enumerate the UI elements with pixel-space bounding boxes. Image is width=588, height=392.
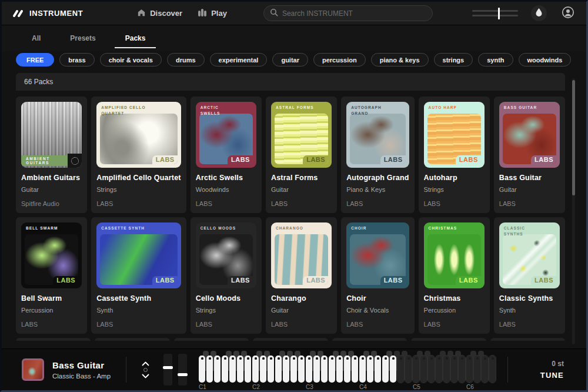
- piano-key-white[interactable]: [283, 356, 289, 383]
- pack-card-partial[interactable]: [174, 338, 249, 341]
- pack-art-title: CLASSIC SYNTHS: [504, 225, 542, 237]
- piano-key-white[interactable]: [367, 356, 373, 383]
- piano-key-white[interactable]: [214, 356, 220, 383]
- pack-card[interactable]: AMBIENT GUITARS AMBIENT GUITARS Ambient …: [16, 97, 87, 213]
- piano-key-white[interactable]: [237, 356, 243, 383]
- genre-filter-chip[interactable]: synth: [478, 53, 513, 67]
- pack-card-partial[interactable]: [490, 338, 565, 341]
- pack-artwork: CELLO MOODS LABS CELLO MOODS: [196, 222, 256, 288]
- piano-key-white[interactable]: [329, 356, 335, 383]
- pack-card[interactable]: AUTO HARP LABS AUTO HARP Autoharp String…: [419, 97, 490, 213]
- piano-key-white[interactable]: [375, 356, 381, 383]
- labs-wordmark: LABS: [53, 276, 78, 285]
- piano-key-white[interactable]: [382, 356, 389, 383]
- piano-key-white[interactable]: [443, 356, 450, 383]
- pack-card[interactable]: CLASSIC SYNTHS LABS CLASSIC SYNTHS Class…: [494, 217, 565, 334]
- pack-card[interactable]: CHARANGO LABS CHARANGO Charango Guitar L…: [266, 217, 337, 334]
- keyboard: C1C2C3C4C5C6: [199, 351, 497, 388]
- piano-key-white[interactable]: [222, 356, 228, 383]
- piano-key-white[interactable]: [390, 356, 396, 383]
- nav-item-play[interactable]: Play: [198, 8, 227, 19]
- pack-card-partial[interactable]: [332, 338, 407, 341]
- piano-key-white[interactable]: [229, 356, 236, 383]
- piano-key-white[interactable]: [352, 356, 358, 383]
- tune-value[interactable]: 0 st: [552, 360, 564, 368]
- scrollbar-thumb[interactable]: [572, 80, 575, 195]
- master-volume-slider[interactable]: [472, 8, 518, 19]
- pack-card[interactable]: AMPLIFIED CELLO QUARTET LABS AMPLIFIED C…: [91, 97, 186, 213]
- fader-handle[interactable]: [178, 373, 188, 376]
- octave-labels: C1C2C3C4C5C6: [199, 384, 497, 391]
- chevron-down-icon[interactable]: [142, 374, 149, 378]
- results-count-header: 66 Packs: [16, 73, 565, 91]
- genre-filter-chip[interactable]: strings: [434, 53, 473, 67]
- piano-key-white[interactable]: [298, 356, 305, 383]
- pack-card[interactable]: ARCTIC SWELLS LABS ARCTIC SWELLS Arctic …: [191, 97, 262, 213]
- fader-2[interactable]: [178, 354, 187, 386]
- genre-filter-chip[interactable]: guitar: [272, 53, 308, 67]
- pack-card[interactable]: CASSETTE SYNTH LABS CASSETTE SYNTH Casse…: [91, 217, 186, 334]
- piano-key-white[interactable]: [290, 356, 297, 383]
- piano-key-white[interactable]: [321, 356, 328, 383]
- pack-card-partial[interactable]: [95, 338, 169, 341]
- pack-artwork: AUTO HARP LABS AUTO HARP: [424, 102, 485, 168]
- search-bar[interactable]: [263, 5, 433, 21]
- piano-key-white[interactable]: [245, 356, 251, 383]
- piano-key-white[interactable]: [206, 356, 213, 383]
- pack-art-title: AUTO HARP: [429, 105, 467, 111]
- nav-item-discover[interactable]: Discover: [137, 8, 182, 19]
- genre-filter-chip[interactable]: choir & vocals: [100, 53, 162, 67]
- piano-key-white[interactable]: [397, 356, 404, 383]
- theme-drop-button[interactable]: [531, 5, 547, 21]
- piano-key-white[interactable]: [344, 356, 350, 383]
- pack-card[interactable]: BASS GUITAR LABS BASS GUITAR Bass Guitar…: [494, 97, 565, 213]
- pack-card-partial[interactable]: [411, 338, 486, 341]
- piano-key-white[interactable]: [459, 356, 465, 383]
- piano-key-white[interactable]: [451, 356, 457, 383]
- genre-filter-chip[interactable]: drums: [167, 53, 205, 67]
- pack-card[interactable]: CHOIR LABS CHOIR Choir Choir & Vocals LA…: [341, 217, 414, 334]
- piano-key-white[interactable]: [359, 356, 366, 383]
- piano-key-white[interactable]: [428, 356, 435, 383]
- piano-key-white[interactable]: [268, 356, 274, 383]
- piano-key-white[interactable]: [436, 356, 442, 383]
- piano-key-white[interactable]: [313, 356, 320, 383]
- piano-key-white[interactable]: [489, 356, 496, 383]
- pack-publisher: LABS: [346, 321, 409, 328]
- genre-filter-chip[interactable]: brass: [59, 53, 94, 67]
- search-input[interactable]: [282, 9, 426, 18]
- tab-packs[interactable]: Packs: [123, 25, 148, 51]
- genre-filter-chip[interactable]: woodwinds: [519, 53, 572, 67]
- pack-card[interactable]: AUTOGRAPH GRAND LABS AUTOGRAPH GRAND Aut…: [341, 97, 414, 213]
- piano-key-white[interactable]: [199, 356, 205, 383]
- pack-card[interactable]: BELL SWARM LABS BELL SWARM Bell Swarm Pe…: [16, 217, 87, 334]
- piano-key-white[interactable]: [306, 356, 312, 383]
- piano-key-white[interactable]: [466, 356, 473, 383]
- account-button[interactable]: [560, 5, 576, 21]
- piano-key-white[interactable]: [405, 356, 412, 383]
- pack-card-partial[interactable]: [253, 338, 328, 341]
- volume-handle[interactable]: [498, 8, 500, 19]
- piano-key-white[interactable]: [474, 356, 480, 383]
- piano-key-white[interactable]: [420, 356, 427, 383]
- pack-name: Autoharp: [424, 174, 485, 182]
- piano-key-white[interactable]: [482, 356, 488, 383]
- piano-key-white[interactable]: [336, 356, 343, 383]
- genre-filter-chip[interactable]: percussion: [313, 53, 366, 67]
- chevron-up-icon[interactable]: [142, 361, 149, 366]
- fader-handle[interactable]: [163, 366, 173, 369]
- pack-card-partial[interactable]: [16, 338, 91, 341]
- piano-key-white[interactable]: [413, 356, 419, 383]
- pack-card[interactable]: CELLO MOODS LABS CELLO MOODS Cello Moods…: [191, 217, 262, 334]
- piano-key-white[interactable]: [252, 356, 259, 383]
- piano-key-white[interactable]: [260, 356, 266, 383]
- pack-card[interactable]: ASTRAL FORMS LABS ASTRAL FORMS Astral Fo…: [266, 97, 337, 213]
- piano-key-white[interactable]: [275, 356, 282, 383]
- tab-presets[interactable]: Presets: [68, 25, 98, 51]
- fader-1[interactable]: [163, 354, 172, 386]
- genre-filter-chip[interactable]: experimental: [210, 53, 268, 67]
- pack-card[interactable]: CHRISTMAS LABS CHRISTMAS Christmas Percu…: [419, 217, 490, 334]
- genre-filter-chip[interactable]: piano & keys: [371, 53, 429, 67]
- free-filter-chip[interactable]: FREE: [16, 53, 54, 67]
- tab-all[interactable]: All: [29, 25, 43, 51]
